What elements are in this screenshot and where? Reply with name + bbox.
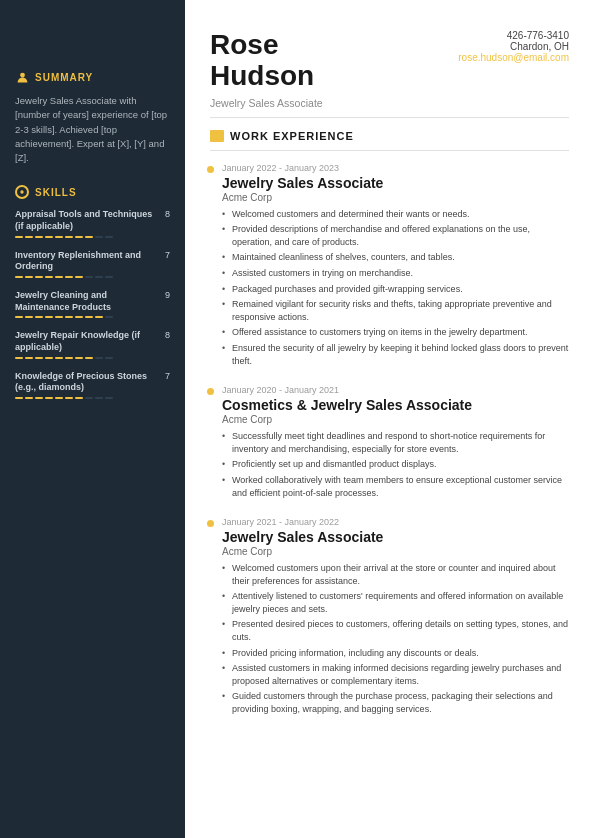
skill-dash bbox=[25, 357, 33, 359]
svg-point-0 bbox=[20, 72, 25, 77]
skill-dash bbox=[65, 236, 73, 238]
skill-dash bbox=[15, 316, 23, 318]
svg-point-1 bbox=[20, 191, 23, 194]
skill-dash bbox=[65, 316, 73, 318]
skill-name: Jewelry Cleaning and Maintenance Product… bbox=[15, 290, 161, 313]
skill-dash bbox=[85, 276, 93, 278]
skill-dash bbox=[105, 236, 113, 238]
job-bullets: Welcomed customers and determined their … bbox=[222, 208, 569, 368]
skill-dash bbox=[55, 316, 63, 318]
skill-dash bbox=[45, 236, 53, 238]
job-bullets: Successfully meet tight deadlines and re… bbox=[222, 430, 569, 499]
skill-dash bbox=[75, 316, 83, 318]
skill-dash bbox=[105, 357, 113, 359]
skill-dash bbox=[95, 276, 103, 278]
skill-score: 7 bbox=[165, 371, 170, 381]
job-company: Acme Corp bbox=[222, 414, 569, 425]
skill-dash bbox=[85, 316, 93, 318]
skill-dash bbox=[45, 316, 53, 318]
skill-dash bbox=[85, 397, 93, 399]
job-bullets: Welcomed customers upon their arrival at… bbox=[222, 562, 569, 716]
bullet-item: Offered assistance to customers trying o… bbox=[222, 326, 569, 339]
skill-name: Inventory Replenishment and Ordering bbox=[15, 250, 161, 273]
skill-dash bbox=[35, 276, 43, 278]
bullet-item: Welcomed customers upon their arrival at… bbox=[222, 562, 569, 587]
skill-dash bbox=[75, 276, 83, 278]
main-content: Rose Hudson Jewelry Sales Associate 426-… bbox=[185, 0, 594, 838]
job-dot bbox=[207, 388, 214, 395]
skill-dash bbox=[45, 357, 53, 359]
skill-item: Jewelry Cleaning and Maintenance Product… bbox=[15, 290, 170, 318]
header-divider bbox=[210, 117, 569, 118]
job-entry: January 2020 - January 2021 Cosmetics & … bbox=[210, 385, 569, 499]
skill-dash bbox=[45, 397, 53, 399]
skill-dash bbox=[15, 236, 23, 238]
bullet-item: Provided descriptions of merchandise and… bbox=[222, 223, 569, 248]
skill-score: 8 bbox=[165, 330, 170, 340]
skill-dash bbox=[65, 397, 73, 399]
header: Rose Hudson Jewelry Sales Associate 426-… bbox=[210, 30, 569, 109]
job-dot bbox=[207, 520, 214, 527]
sidebar: SUMMARY Jewelry Sales Associate with [nu… bbox=[0, 0, 185, 838]
contact-info: 426-776-3410 Chardon, OH rose.hudson@ema… bbox=[458, 30, 569, 63]
work-experience-title: WORK EXPERIENCE bbox=[210, 130, 569, 142]
skill-item: Appraisal Tools and Techniques (if appli… bbox=[15, 209, 170, 237]
location: Chardon, OH bbox=[458, 41, 569, 52]
skill-dash bbox=[85, 357, 93, 359]
job-entry: January 2021 - January 2022 Jewelry Sale… bbox=[210, 517, 569, 716]
skill-dash bbox=[25, 236, 33, 238]
skill-dash bbox=[25, 276, 33, 278]
skills-icon bbox=[15, 185, 29, 199]
bullet-item: Welcomed customers and determined their … bbox=[222, 208, 569, 221]
work-experience-section: WORK EXPERIENCE January 2022 - January 2… bbox=[210, 130, 569, 716]
person-icon bbox=[15, 70, 29, 84]
skill-dash bbox=[15, 357, 23, 359]
skill-dash bbox=[75, 357, 83, 359]
full-name: Rose Hudson bbox=[210, 30, 323, 92]
job-company: Acme Corp bbox=[222, 192, 569, 203]
bullet-item: Guided customers through the purchase pr… bbox=[222, 690, 569, 715]
skill-dash bbox=[95, 357, 103, 359]
skill-dash bbox=[55, 357, 63, 359]
skill-dash bbox=[75, 236, 83, 238]
skill-dash bbox=[95, 316, 103, 318]
skills-list: Appraisal Tools and Techniques (if appli… bbox=[15, 209, 170, 399]
skill-dash bbox=[45, 276, 53, 278]
job-title-main: Jewelry Sales Associate bbox=[222, 529, 569, 545]
bullet-item: Proficiently set up and dismantled produ… bbox=[222, 458, 569, 471]
skill-score: 7 bbox=[165, 250, 170, 260]
bullet-item: Successfully meet tight deadlines and re… bbox=[222, 430, 569, 455]
bullet-item: Presented desired pieces to customers, o… bbox=[222, 618, 569, 643]
job-title: Jewelry Sales Associate bbox=[210, 97, 323, 109]
skill-dash bbox=[105, 276, 113, 278]
name-title-block: Rose Hudson Jewelry Sales Associate bbox=[210, 30, 323, 109]
skill-name: Jewelry Repair Knowledge (if applicable) bbox=[15, 330, 161, 353]
skill-score: 9 bbox=[165, 290, 170, 300]
bullet-item: Attentively listened to customers' requi… bbox=[222, 590, 569, 615]
skill-dash bbox=[95, 236, 103, 238]
jobs-list: January 2022 - January 2023 Jewelry Sale… bbox=[210, 163, 569, 716]
job-date: January 2021 - January 2022 bbox=[222, 517, 569, 527]
job-dot bbox=[207, 166, 214, 173]
skill-score: 8 bbox=[165, 209, 170, 219]
skill-dash bbox=[25, 316, 33, 318]
skill-bar bbox=[15, 357, 170, 359]
skill-bar bbox=[15, 236, 170, 238]
skill-dash bbox=[55, 397, 63, 399]
job-title-main: Jewelry Sales Associate bbox=[222, 175, 569, 191]
skill-item: Knowledge of Precious Stones (e.g., diam… bbox=[15, 371, 170, 399]
bullet-item: Worked collaboratively with team members… bbox=[222, 474, 569, 499]
skill-dash bbox=[35, 236, 43, 238]
job-title-main: Cosmetics & Jewelry Sales Associate bbox=[222, 397, 569, 413]
skill-item: Jewelry Repair Knowledge (if applicable)… bbox=[15, 330, 170, 358]
job-date: January 2020 - January 2021 bbox=[222, 385, 569, 395]
skill-dash bbox=[75, 397, 83, 399]
skill-bar bbox=[15, 397, 170, 399]
bullet-item: Provided pricing information, including … bbox=[222, 647, 569, 660]
skill-dash bbox=[15, 276, 23, 278]
skill-item: Inventory Replenishment and Ordering 7 bbox=[15, 250, 170, 278]
bullet-item: Assisted customers in trying on merchand… bbox=[222, 267, 569, 280]
summary-section-title: SUMMARY bbox=[15, 70, 170, 84]
job-entry: January 2022 - January 2023 Jewelry Sale… bbox=[210, 163, 569, 368]
summary-text: Jewelry Sales Associate with [number of … bbox=[15, 94, 170, 165]
